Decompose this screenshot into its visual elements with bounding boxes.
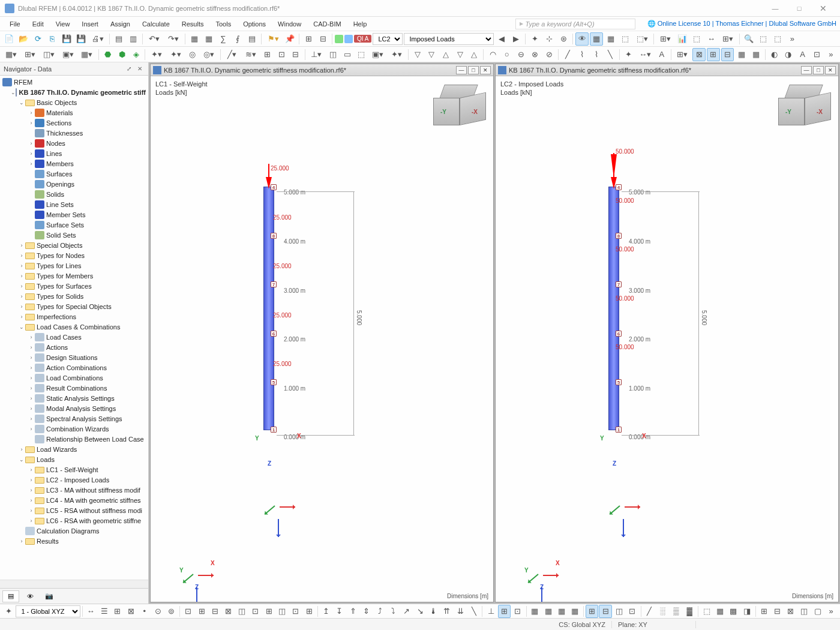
tree-item[interactable]: ›LC4 - MA with geometric stiffnes	[0, 495, 148, 505]
t2-m3-icon[interactable]: ⊞	[707, 48, 720, 61]
qia-badge[interactable]: QI A	[354, 35, 371, 43]
t2-sup2-icon[interactable]: ▽	[425, 48, 439, 61]
tree-item[interactable]: Member Sets	[0, 209, 148, 220]
tree-item[interactable]: ›Action Combinations	[0, 362, 148, 373]
vp-min-icon[interactable]: —	[456, 66, 467, 74]
tree-item[interactable]: ›LC2 - Imposed Loads	[0, 475, 148, 485]
bt10-icon[interactable]: ⊟	[209, 605, 221, 618]
viewport-left-title[interactable]: KB 1867 Th.II.O. Dynamic geometric stiff…	[151, 64, 493, 76]
menu-calculate[interactable]: Calculate	[136, 19, 176, 29]
t2-s2-icon[interactable]: ▭	[341, 48, 354, 61]
color1-icon[interactable]	[335, 35, 343, 43]
undo-icon[interactable]: ↶▾	[145, 32, 163, 46]
refresh-icon[interactable]: ⟳	[31, 32, 44, 46]
tree-item[interactable]: ›Imperfections	[0, 311, 148, 322]
bt-g2-icon[interactable]: ⊟	[599, 605, 611, 618]
navigator-tree[interactable]: RFEM ⌄KB 1867 Th.II.O. Dynamic geometric…	[0, 76, 148, 580]
navigation-cube[interactable]: -Y-X	[777, 85, 830, 128]
bt-c2-icon[interactable]: ⊞	[498, 605, 511, 618]
bt12-icon[interactable]: ◫	[236, 605, 248, 618]
t2-ln3-icon[interactable]: ⊞	[261, 48, 274, 61]
menu-window[interactable]: Window	[272, 19, 307, 29]
close-button[interactable]: ✕	[811, 2, 835, 15]
nav-tab-display[interactable]: 👁	[22, 590, 38, 602]
flag-icon[interactable]: ⚑▾	[264, 32, 282, 46]
bt14-icon[interactable]: ⊞	[262, 605, 275, 618]
pin-icon[interactable]: 📌	[283, 32, 296, 46]
t2-e1-icon[interactable]: ╱	[561, 48, 574, 61]
t2-r2-icon[interactable]: ◑	[782, 48, 795, 61]
tree-item[interactable]: ›Members	[0, 158, 148, 169]
redo-icon[interactable]: ↷▾	[164, 32, 182, 46]
t2-ln2-icon[interactable]: ≋▾	[242, 48, 260, 61]
doc1-icon[interactable]: ▤	[112, 32, 125, 46]
t2-sup1-icon[interactable]: ▽	[411, 48, 424, 61]
t2-xyz1-icon[interactable]: ✦▾	[148, 48, 166, 61]
bt13-icon[interactable]: ⊡	[249, 605, 262, 618]
dim2-icon[interactable]: ⊞▾	[719, 32, 737, 46]
navigation-cube[interactable]: -Y-X	[432, 85, 485, 128]
navigator-header[interactable]: Navigator - Data ⤢ ✕	[0, 62, 148, 76]
mesh-icon[interactable]: ⊞▾	[656, 32, 674, 46]
vp-min-icon[interactable]: —	[801, 66, 812, 74]
bt-r1-icon[interactable]: ⬚	[700, 605, 713, 618]
doc2-icon[interactable]: ▥	[127, 32, 140, 46]
t2-m6-icon[interactable]: ▦	[749, 48, 763, 61]
bt-w3-icon[interactable]: ⊠	[784, 605, 797, 618]
t2-m1-icon[interactable]: ⊞▾	[674, 48, 692, 61]
loadcase-select[interactable]: LC2	[373, 33, 403, 45]
tree-item[interactable]: ›LC5 - RSA without stiffness modi	[0, 505, 148, 515]
fx-icon[interactable]: ⨐	[231, 32, 244, 46]
viewport-left-canvas[interactable]: LC1 - Self-Weight Loads [kN] -Y-X 25.000…	[151, 76, 493, 602]
struct2-icon[interactable]: ⊟	[316, 32, 329, 46]
model-column[interactable]	[608, 187, 619, 430]
tree-item[interactable]: ›LC6 - RSA with geometric stiffne	[0, 515, 148, 526]
t2-ln1-icon[interactable]: ╱▾	[223, 48, 241, 61]
box2-icon[interactable]: ⬚	[771, 32, 784, 46]
t2-xyz2-icon[interactable]: ✦▾	[167, 48, 185, 61]
t2-node-icon[interactable]: ⬣	[101, 48, 115, 61]
nav-tab-views[interactable]: 📷	[41, 590, 58, 602]
bt5-icon[interactable]: •	[138, 605, 151, 618]
tree-item[interactable]: Thicknesses	[0, 128, 148, 138]
cube2-icon[interactable]: ⬚▾	[633, 32, 651, 46]
t2-ln4-icon[interactable]: ⊡	[275, 48, 288, 61]
tree-item[interactable]: ›Load Cases	[0, 332, 148, 342]
tree-item[interactable]: ›Actions	[0, 342, 148, 352]
t2-r4-icon[interactable]: ⊡	[810, 48, 823, 61]
misc1-icon[interactable]: ✦	[528, 32, 541, 46]
t2-d2-icon[interactable]: A	[655, 48, 668, 61]
t2-2-icon[interactable]: ⊞▾	[22, 48, 40, 61]
t2-cube-icon[interactable]: ◈	[130, 48, 143, 61]
chart-icon[interactable]: 📊	[676, 32, 689, 46]
tree-item[interactable]: ›Types for Solids	[0, 291, 148, 301]
t2-s1-icon[interactable]: ◫	[326, 48, 340, 61]
menu-edit[interactable]: Edit	[26, 19, 50, 29]
t2-h3-icon[interactable]: ⊖	[515, 48, 528, 61]
t2-sup5-icon[interactable]: △	[468, 48, 481, 61]
bt-r3-icon[interactable]: ▩	[727, 605, 740, 618]
bt-c3-icon[interactable]: ⊡	[511, 605, 524, 618]
tree-item[interactable]: ›Types for Special Objects	[0, 301, 148, 311]
tree-item[interactable]: ›LC1 - Self-Weight	[0, 464, 148, 475]
t2-5-icon[interactable]: ▦▾	[78, 48, 96, 61]
bt9-icon[interactable]: ⊞	[196, 605, 208, 618]
t2-h1-icon[interactable]: ◠	[486, 48, 499, 61]
nav-scroll-horizontal[interactable]	[0, 580, 148, 588]
t2-h4-icon[interactable]: ⊗	[529, 48, 542, 61]
tree-item[interactable]: ›Combination Wizards	[0, 424, 148, 434]
bt-a6-icon[interactable]: ⤵	[387, 605, 400, 618]
t2-e2-icon[interactable]: ⌇	[575, 48, 589, 61]
t2-m5-icon[interactable]: ▦	[735, 48, 748, 61]
t2-o2-icon[interactable]: ◎▾	[200, 48, 218, 61]
bt-g4-icon[interactable]: ⊡	[626, 605, 638, 618]
bt-a8-icon[interactable]: ↘	[413, 605, 426, 618]
t2-sec-icon[interactable]: ⊥▾	[308, 48, 326, 61]
menu-cadbim[interactable]: CAD-BIM	[307, 19, 347, 29]
dim-icon[interactable]: ↔	[704, 32, 718, 46]
bt-a7-icon[interactable]: ↗	[400, 605, 413, 618]
t2-m4-icon[interactable]: ⊟	[721, 48, 734, 61]
t2-cs-icon[interactable]: ✦	[622, 48, 635, 61]
tree-item[interactable]: ›Types for Members	[0, 271, 148, 281]
minimize-button[interactable]: —	[763, 2, 787, 15]
